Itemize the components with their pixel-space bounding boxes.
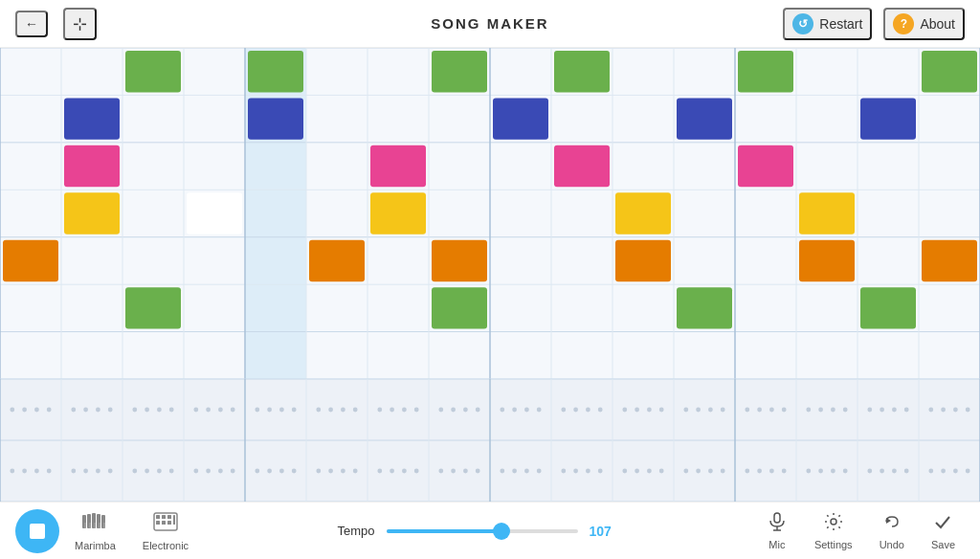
svg-rect-7 — [95, 523, 96, 528]
svg-rect-6 — [90, 523, 91, 528]
svg-rect-14 — [156, 521, 160, 525]
undo-button[interactable]: Undo — [870, 507, 914, 554]
header-right: ↺ Restart ? About — [783, 8, 965, 40]
save-button[interactable]: Save — [922, 507, 965, 554]
move-icon: ⊹ — [73, 13, 87, 34]
mic-label: Mic — [768, 539, 785, 550]
marimba-button[interactable]: Marimba — [63, 507, 127, 555]
svg-point-21 — [831, 519, 836, 525]
footer-left: Marimba Electronic — [15, 507, 200, 555]
about-button[interactable]: ? About — [883, 8, 965, 40]
marimba-icon — [81, 511, 108, 537]
svg-marker-22 — [886, 518, 891, 524]
svg-rect-9 — [104, 523, 105, 528]
marimba-label: Marimba — [75, 540, 116, 551]
tempo-thumb[interactable] — [493, 523, 510, 540]
back-icon: ← — [25, 16, 38, 32]
restart-icon: ↺ — [792, 13, 813, 34]
svg-rect-5 — [85, 523, 86, 528]
mic-button[interactable]: Mic — [757, 507, 797, 554]
footer-right: Mic Settings Undo — [757, 507, 965, 554]
stop-button[interactable] — [15, 509, 59, 553]
svg-rect-18 — [774, 513, 780, 523]
stop-icon — [30, 524, 45, 539]
header: ← ⊹ SONG MAKER ↺ Restart ? About — [0, 0, 980, 48]
footer: Marimba Electronic Tempo — [0, 502, 980, 559]
electronic-icon — [152, 511, 179, 537]
tempo-fill — [387, 529, 501, 533]
header-left: ← ⊹ — [15, 8, 97, 40]
svg-rect-11 — [156, 515, 160, 519]
tempo-slider[interactable] — [387, 522, 578, 541]
page-title: SONG MAKER — [431, 15, 548, 32]
restart-button[interactable]: ↺ Restart — [783, 8, 872, 40]
settings-button[interactable]: Settings — [805, 507, 862, 554]
about-icon: ? — [893, 13, 914, 34]
svg-rect-15 — [162, 521, 166, 525]
song-grid[interactable] — [0, 48, 980, 502]
svg-rect-16 — [167, 521, 171, 525]
restart-label: Restart — [819, 16, 862, 32]
electronic-button[interactable]: Electronic — [131, 507, 200, 555]
undo-label: Undo — [880, 539, 904, 550]
grid-area[interactable] — [0, 48, 980, 502]
svg-rect-17 — [173, 515, 175, 525]
about-label: About — [920, 16, 955, 32]
save-icon — [932, 511, 953, 537]
tempo-label: Tempo — [337, 524, 374, 538]
undo-icon — [881, 511, 902, 537]
save-label: Save — [931, 539, 955, 550]
tempo-track — [387, 529, 578, 533]
tempo-value: 107 — [590, 524, 620, 539]
svg-rect-12 — [162, 515, 166, 519]
settings-icon — [823, 511, 844, 537]
footer-center: Tempo 107 — [200, 522, 757, 541]
move-button[interactable]: ⊹ — [63, 8, 97, 40]
settings-label: Settings — [814, 539, 853, 550]
electronic-label: Electronic — [143, 540, 189, 551]
svg-rect-8 — [100, 523, 100, 528]
mic-icon — [767, 511, 788, 537]
back-button[interactable]: ← — [15, 11, 48, 37]
svg-rect-13 — [167, 515, 171, 519]
